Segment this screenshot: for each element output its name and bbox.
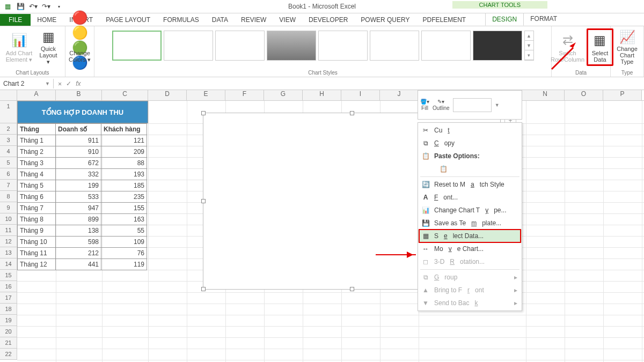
select-data-button[interactable]: ▦ Select Data <box>587 28 613 66</box>
worksheet-grid[interactable]: A B C D E F G H I J N O P 12345678910111… <box>0 90 644 362</box>
table-row[interactable]: Tháng 4332193 <box>18 169 147 180</box>
row-header[interactable]: 8 <box>0 191 17 202</box>
table-row[interactable]: Tháng 8899163 <box>18 214 147 225</box>
col-header[interactable]: B <box>56 90 102 100</box>
fill-button[interactable]: 🪣▾ Fill <box>420 99 429 111</box>
col-header[interactable]: J <box>380 90 419 100</box>
menu-cut[interactable]: ✂Cut <box>418 124 522 137</box>
menu-reset-style[interactable]: 🔄Reset to Match Style <box>418 178 522 191</box>
table-row[interactable]: Tháng 10598109 <box>18 237 147 248</box>
switch-row-column-button[interactable]: ⇄ Switch Row/Column <box>548 28 587 66</box>
row-header[interactable]: 10 <box>0 213 17 225</box>
row-header[interactable]: 7 <box>0 180 17 191</box>
chart-style-3[interactable] <box>215 31 265 61</box>
row-header[interactable]: 9 <box>0 202 17 213</box>
col-header[interactable]: F <box>225 90 264 100</box>
chart-style-2[interactable] <box>164 31 213 61</box>
tab-page-layout[interactable]: PAGE LAYOUT <box>99 14 157 26</box>
tab-file[interactable]: FILE <box>0 14 31 26</box>
data-table[interactable]: Tháng Doanh số Khách hàng Tháng 1911121T… <box>17 123 147 270</box>
col-header[interactable]: I <box>341 90 380 100</box>
table-row[interactable]: Tháng 913855 <box>18 225 147 237</box>
resize-handle[interactable] <box>350 287 354 291</box>
resize-handle[interactable] <box>201 287 206 291</box>
row-header[interactable]: 5 <box>0 157 17 168</box>
menu-change-chart-type[interactable]: 📊Change Chart Type... <box>418 204 522 217</box>
header-doanh-so[interactable]: Doanh số <box>56 124 101 135</box>
add-chart-element-button[interactable]: 📊 Add Chart Element ▾ <box>3 28 35 66</box>
row-header[interactable]: 14 <box>0 258 17 270</box>
row-header[interactable]: 1 <box>0 101 17 123</box>
save-icon[interactable]: 💾 <box>16 2 25 11</box>
row-header[interactable]: 13 <box>0 247 17 258</box>
menu-font[interactable]: AFont... <box>418 191 522 204</box>
col-header[interactable]: A <box>17 90 56 100</box>
table-row[interactable]: Tháng 12441119 <box>18 259 147 270</box>
row-header[interactable]: 11 <box>0 225 17 236</box>
style-nav[interactable]: ▲▼▾ <box>524 31 534 61</box>
tab-developer[interactable]: DEVELOPER <box>302 14 354 26</box>
change-colors-button[interactable]: 🔴🟡🟢🔵 Change Colors ▾ <box>67 28 93 66</box>
col-header[interactable]: D <box>148 90 187 100</box>
outline-button[interactable]: ✎▾ Outline <box>433 99 450 111</box>
chart-style-4[interactable] <box>267 31 316 61</box>
name-box[interactable]: Chart 2▼ <box>0 79 54 88</box>
menu-move-chart[interactable]: ↔Move Chart... <box>418 242 522 255</box>
tab-design[interactable]: DESIGN <box>485 13 524 26</box>
table-row[interactable]: Tháng 5199185 <box>18 180 147 191</box>
row-header[interactable]: 18 <box>0 304 17 315</box>
resize-handle[interactable] <box>201 199 206 203</box>
row-header[interactable]: 15 <box>0 270 17 281</box>
tab-formulas[interactable]: FORMULAS <box>157 14 206 26</box>
row-header[interactable]: 12 <box>0 236 17 247</box>
chart-style-8[interactable] <box>473 31 522 61</box>
resize-handle[interactable] <box>201 111 206 115</box>
row-header[interactable]: 3 <box>0 135 17 146</box>
row-header[interactable]: 19 <box>0 315 17 326</box>
qat-more-icon[interactable]: ▾ <box>55 2 63 11</box>
tab-pdfelement[interactable]: PDFelement <box>416 14 472 26</box>
col-header[interactable]: G <box>264 90 303 100</box>
row-header[interactable]: 22 <box>0 349 17 360</box>
chart-styles-gallery[interactable]: ▲▼▾ <box>110 28 536 63</box>
col-header[interactable]: E <box>187 90 225 100</box>
tab-home[interactable]: HOME <box>31 14 63 26</box>
row-header[interactable]: 21 <box>0 337 17 349</box>
chart-style-5[interactable] <box>318 31 368 61</box>
undo-icon[interactable]: ↶▾ <box>29 2 38 11</box>
change-chart-type-button[interactable]: 📈 Change Chart Type <box>614 28 641 66</box>
quick-layout-button[interactable]: ▦ Quick Layout ▾ <box>35 28 62 66</box>
table-row[interactable]: Tháng 1121276 <box>18 248 147 259</box>
tab-view[interactable]: VIEW <box>273 14 302 26</box>
chart-style-1[interactable] <box>112 31 162 61</box>
header-khach-hang[interactable]: Khách hàng <box>101 124 147 135</box>
chart-style-6[interactable] <box>370 31 419 61</box>
col-header[interactable]: O <box>565 90 603 100</box>
shape-style-dropdown[interactable] <box>453 98 492 112</box>
tab-format[interactable]: FORMAT <box>524 13 564 26</box>
chevron-down-icon[interactable]: ▼ <box>495 102 500 108</box>
table-row[interactable]: Tháng 1911121 <box>18 135 147 146</box>
menu-select-data[interactable]: ▦Select Data... <box>418 230 522 242</box>
table-row[interactable]: Tháng 7947155 <box>18 203 147 214</box>
chart-style-7[interactable] <box>421 31 471 61</box>
redo-icon[interactable]: ↷▾ <box>42 2 50 11</box>
header-thang[interactable]: Tháng <box>18 124 56 135</box>
row-header[interactable]: 17 <box>0 292 17 304</box>
row-header[interactable]: 4 <box>0 146 17 157</box>
row-header[interactable]: 20 <box>0 326 17 337</box>
menu-paste-picture[interactable]: 📋 <box>418 162 522 175</box>
resize-handle[interactable] <box>350 111 354 115</box>
menu-copy[interactable]: ⧉Copy <box>418 137 522 150</box>
menu-save-template[interactable]: 💾Save as Template... <box>418 217 522 230</box>
select-all-corner[interactable] <box>0 90 17 100</box>
col-header[interactable]: P <box>603 90 642 100</box>
row-header[interactable]: 2 <box>0 123 17 135</box>
fx-icon[interactable]: fx <box>76 80 80 87</box>
tab-review[interactable]: REVIEW <box>235 14 273 26</box>
table-row[interactable]: Tháng 367288 <box>18 158 147 169</box>
row-header[interactable]: 6 <box>0 168 17 180</box>
tab-power-query[interactable]: POWER QUERY <box>354 14 416 26</box>
table-row[interactable]: Tháng 2910209 <box>18 146 147 158</box>
col-header[interactable]: H <box>303 90 341 100</box>
